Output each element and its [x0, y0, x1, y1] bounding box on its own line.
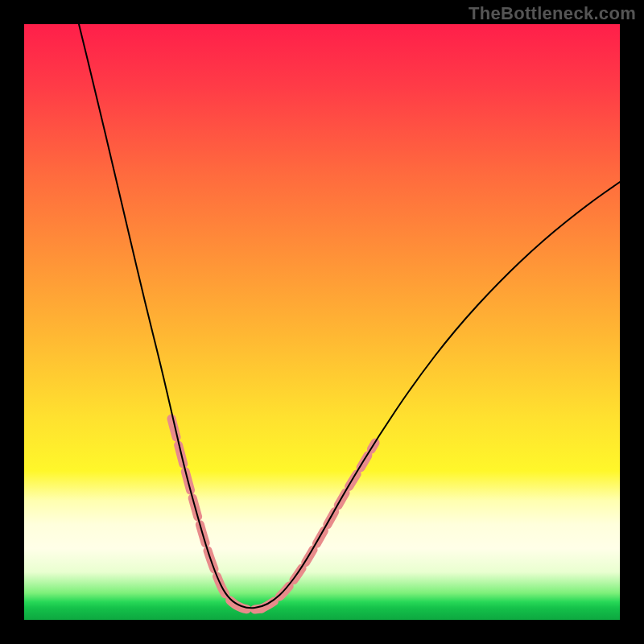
watermark-text: TheBottleneck.com	[469, 3, 636, 24]
curve-layer	[24, 24, 620, 620]
highlight-segment-right	[262, 443, 375, 609]
highlight-segment-left	[171, 419, 262, 609]
chart-frame: TheBottleneck.com	[0, 0, 644, 644]
plot-area	[24, 24, 620, 620]
main-curve	[79, 24, 620, 608]
